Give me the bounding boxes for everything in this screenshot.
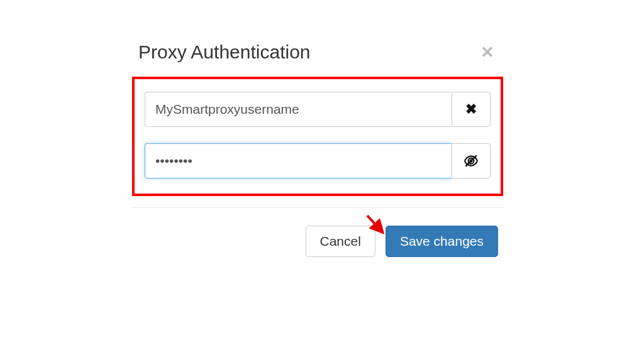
password-input[interactable] xyxy=(145,143,452,178)
close-icon[interactable]: ✕ xyxy=(478,44,497,60)
save-changes-button[interactable]: Save changes xyxy=(386,226,498,257)
eye-slash-icon xyxy=(463,153,479,169)
proxy-auth-modal: Proxy Authentication ✕ ✖ xyxy=(132,38,503,257)
x-icon: ✖ xyxy=(465,101,477,118)
modal-title: Proxy Authentication xyxy=(138,41,311,63)
separator xyxy=(132,207,503,208)
modal-header: Proxy Authentication ✕ xyxy=(132,38,503,77)
toggle-password-visibility-button[interactable] xyxy=(452,143,491,178)
credentials-highlight: ✖ xyxy=(132,77,503,196)
username-input[interactable] xyxy=(145,92,452,127)
cancel-button[interactable]: Cancel xyxy=(306,226,375,257)
username-group: ✖ xyxy=(145,92,491,127)
modal-footer: Cancel Save changes xyxy=(132,226,503,257)
clear-username-button[interactable]: ✖ xyxy=(452,92,491,127)
password-group xyxy=(145,143,491,178)
